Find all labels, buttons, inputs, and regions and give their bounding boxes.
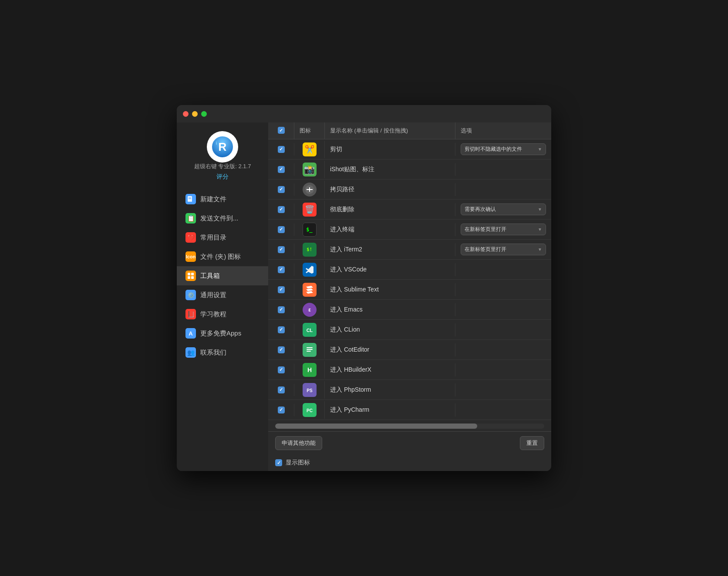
header-options: 选项 xyxy=(455,122,551,139)
row-checkbox[interactable] xyxy=(278,346,285,353)
row-checkbox[interactable] xyxy=(278,286,285,293)
row-checkbox-cell[interactable] xyxy=(268,264,294,276)
chevron-down-icon: ▼ xyxy=(538,247,542,252)
row-checkbox[interactable] xyxy=(278,166,285,173)
reset-button[interactable]: 重置 xyxy=(520,436,544,450)
row-label-cell[interactable]: 剪切 xyxy=(325,143,455,156)
row-label-cell[interactable]: 进入 CotEditor xyxy=(325,343,455,356)
minimize-button[interactable] xyxy=(192,111,198,117)
maximize-button[interactable] xyxy=(201,111,207,117)
row-label-cell[interactable]: 进入 CLion xyxy=(325,323,455,336)
send-file-icon: 📋 xyxy=(185,213,196,224)
row-checkbox-cell[interactable] xyxy=(268,364,294,376)
sidebar-item-send-file[interactable]: 📋 发送文件到... xyxy=(177,209,268,228)
show-icon-label: 显示图标 xyxy=(286,459,310,467)
row-checkbox-cell[interactable] xyxy=(268,384,294,396)
content-area: R i 超级右键 专业版: 2.1.7 评分 新建文件 📋 xyxy=(177,122,551,471)
row-checkbox[interactable] xyxy=(278,206,285,213)
row-checkbox-cell[interactable] xyxy=(268,183,294,196)
tutorial-icon: 📕 xyxy=(185,309,196,319)
horizontal-scrollbar[interactable] xyxy=(275,424,544,429)
row-checkbox-cell[interactable] xyxy=(268,284,294,296)
row-checkbox-cell[interactable] xyxy=(268,304,294,316)
row-checkbox[interactable] xyxy=(278,366,285,373)
close-button[interactable] xyxy=(183,111,189,117)
option-dropdown[interactable]: 需要再次确认 ▼ xyxy=(461,203,546,215)
sidebar-item-common-dir[interactable]: ❤️ 常用目录 xyxy=(177,228,268,247)
sidebar-item-more-apps[interactable]: A 更多免费Apps xyxy=(177,324,268,343)
sidebar-label-toolbox: 工具箱 xyxy=(200,272,220,280)
sidebar-label-common-dir: 常用目录 xyxy=(200,234,226,242)
row-option-cell xyxy=(455,307,551,312)
row-checkbox[interactable] xyxy=(278,306,285,313)
row-label-cell[interactable]: 进入 Emacs xyxy=(325,303,455,316)
row-option-cell xyxy=(455,167,551,172)
row-checkbox-cell[interactable] xyxy=(268,224,294,236)
general-icon: ⚙️ xyxy=(185,290,196,300)
row-checkbox-cell[interactable] xyxy=(268,163,294,176)
sidebar-item-tutorial[interactable]: 📕 学习教程 xyxy=(177,305,268,324)
row-checkbox-cell[interactable] xyxy=(268,143,294,156)
scrollbar-thumb[interactable] xyxy=(275,424,477,429)
header-checkbox[interactable] xyxy=(278,127,285,134)
sidebar-item-file-icon[interactable]: Icon 文件 (夹) 图标 xyxy=(177,247,268,266)
request-feature-button[interactable]: 申请其他功能 xyxy=(275,436,322,450)
row-icon-cell: $_ xyxy=(294,221,325,238)
row-icon-cell: 🗑️ xyxy=(294,201,325,218)
main-panel: 图标 显示名称 (单击编辑 / 按住拖拽) 选项 ✂️ 剪切 xyxy=(268,122,551,471)
svg-rect-20 xyxy=(307,349,313,350)
sidebar-item-new-file[interactable]: 新建文件 xyxy=(177,190,268,209)
table-row: 进入 CotEditor xyxy=(268,340,551,360)
row-checkbox[interactable] xyxy=(278,226,285,233)
option-text: 在新标签页里打开 xyxy=(465,226,506,233)
sidebar-item-contact[interactable]: 👥 联系我们 xyxy=(177,343,268,362)
titlebar xyxy=(177,105,551,122)
row-checkbox-cell[interactable] xyxy=(268,344,294,356)
show-icon-checkbox[interactable] xyxy=(275,459,282,466)
option-dropdown[interactable]: 在新标签页里打开 ▼ xyxy=(461,224,546,235)
row-label-cell[interactable]: iShot贴图、标注 xyxy=(325,163,455,176)
svg-text:R: R xyxy=(219,140,227,153)
row-option-cell xyxy=(455,347,551,352)
row-label-cell[interactable]: 进入 iTerm2 xyxy=(325,243,455,256)
row-label-cell[interactable]: 彻底删除 xyxy=(325,203,455,216)
sidebar-item-general[interactable]: ⚙️ 通用设置 xyxy=(177,285,268,305)
row-checkbox[interactable] xyxy=(278,246,285,253)
header-name: 显示名称 (单击编辑 / 按住拖拽) xyxy=(325,122,455,139)
row-label-cell[interactable]: 进入终端 xyxy=(325,223,455,236)
row-option-cell[interactable]: 在新标签页里打开 ▼ xyxy=(455,221,551,238)
svg-rect-21 xyxy=(307,351,311,352)
option-dropdown[interactable]: 在新标签页里打开 ▼ xyxy=(461,244,546,255)
sidebar-item-toolbox[interactable]: 工具箱 xyxy=(177,266,268,285)
row-icon-cell: 📸 xyxy=(294,161,325,178)
row-label-cell[interactable]: 进入 HBuilderX xyxy=(325,363,455,376)
row-checkbox-cell[interactable] xyxy=(268,244,294,256)
row-checkbox-cell[interactable] xyxy=(268,203,294,216)
table-body[interactable]: ✂️ 剪切 剪切时不隐藏选中的文件 ▼ xyxy=(268,139,551,420)
row-label-cell[interactable]: 进入 VSCode xyxy=(325,263,455,276)
row-checkbox[interactable] xyxy=(278,266,285,273)
row-label-cell[interactable]: 进入 PhpStorm xyxy=(325,383,455,396)
row-label-cell[interactable]: 进入 Sublime Text xyxy=(325,283,455,296)
common-dir-icon: ❤️ xyxy=(185,232,196,243)
row-label-cell[interactable]: 拷贝路径 xyxy=(325,183,455,196)
rating-link[interactable]: 评分 xyxy=(216,173,229,181)
row-option-cell[interactable]: 需要再次确认 ▼ xyxy=(455,201,551,218)
row-checkbox[interactable] xyxy=(278,386,285,393)
row-option-cell xyxy=(455,267,551,272)
hbuilderx-icon: H xyxy=(303,363,317,377)
row-checkbox[interactable] xyxy=(278,326,285,333)
row-checkbox[interactable] xyxy=(278,186,285,193)
scissors-icon: ✂️ xyxy=(303,142,317,156)
more-apps-icon: A xyxy=(185,328,196,339)
row-checkbox-cell[interactable] xyxy=(268,404,294,416)
row-icon-cell: PS xyxy=(294,381,325,399)
row-checkbox[interactable] xyxy=(278,146,285,153)
row-label-cell[interactable]: 进入 PyCharm xyxy=(325,403,455,417)
option-dropdown[interactable]: 剪切时不隐藏选中的文件 ▼ xyxy=(461,143,546,155)
row-option-cell[interactable]: 剪切时不隐藏选中的文件 ▼ xyxy=(455,141,551,158)
row-checkbox-cell[interactable] xyxy=(268,324,294,336)
row-option-cell[interactable]: 在新标签页里打开 ▼ xyxy=(455,241,551,258)
row-checkbox[interactable] xyxy=(278,407,285,413)
svg-rect-9 xyxy=(188,276,190,279)
